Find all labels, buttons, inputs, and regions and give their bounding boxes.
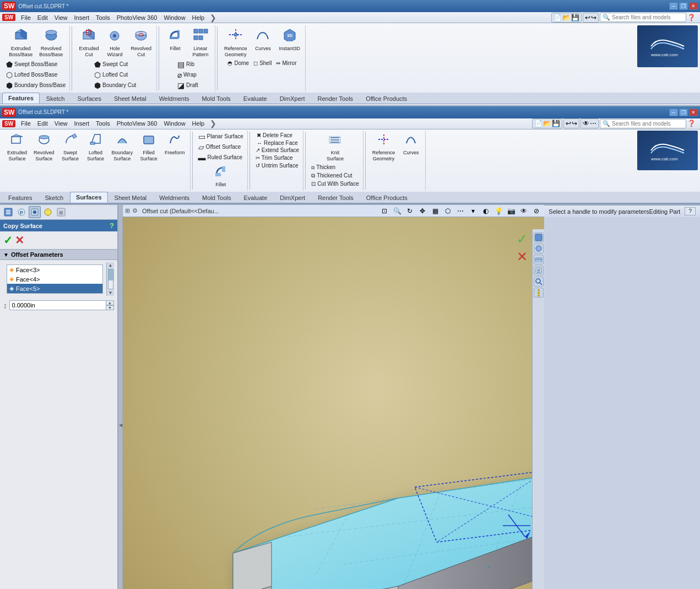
panel-tool-properties[interactable]: P	[15, 206, 28, 218]
cancel-x-btn[interactable]: ✕	[15, 234, 24, 247]
vp-hide[interactable]: 👁	[518, 206, 529, 216]
boundary-boss-btn[interactable]: ⬢ Boundary Boss/Base	[4, 80, 67, 90]
tab-weldments-2[interactable]: Weldments	[153, 192, 196, 203]
extruded-cut-btn[interactable]: Extruded Cut	[76, 26, 101, 60]
toolbar-icon-group-1[interactable]: 📄 📂 💾	[551, 13, 582, 23]
lofted-cut-btn[interactable]: ⬡ Lofted Cut	[93, 70, 138, 80]
reference-geometry-s-btn[interactable]: Reference Geometry	[370, 132, 398, 164]
scroll-down-arrow[interactable]: ▼	[108, 290, 113, 296]
face-item-3[interactable]: ◈ Face<3>	[7, 265, 102, 274]
reference-geometry-btn[interactable]: Reference Geometry	[221, 26, 250, 60]
menu-file-1[interactable]: File	[18, 13, 34, 22]
panel-tool-custom[interactable]: ⊞	[55, 206, 67, 218]
tab-features[interactable]: Features	[2, 93, 40, 104]
scroll-up-arrow[interactable]: ▲	[108, 262, 113, 268]
tab-render-tools[interactable]: Render Tools	[312, 93, 360, 104]
menu-arrow-1[interactable]: ❯	[210, 13, 216, 22]
filled-surface-btn[interactable]: Filled Surface	[137, 132, 161, 164]
menu-tools-2[interactable]: Tools	[93, 119, 113, 128]
menu-file-2[interactable]: File	[18, 119, 34, 128]
right-icon-tasks[interactable]	[534, 266, 544, 275]
menu-view-1[interactable]: View	[51, 13, 71, 22]
scroll-thumb[interactable]	[108, 269, 114, 280]
swept-surface-btn[interactable]: Swept Surface	[58, 132, 83, 164]
new-icon-1[interactable]: 📄	[554, 14, 562, 21]
face-item-5[interactable]: ◈ Face<5>	[7, 284, 102, 293]
knit-surface-btn[interactable]: Knit Surface	[323, 132, 347, 164]
minimize-btn-2[interactable]: ─	[669, 109, 678, 116]
offset-spinner-down[interactable]: ▼	[106, 305, 113, 310]
right-icon-search[interactable]	[534, 277, 544, 287]
menu-edit-2[interactable]: Edit	[34, 119, 51, 128]
menu-insert-1[interactable]: Insert	[70, 13, 93, 22]
shell-btn[interactable]: ◻ Shell	[252, 60, 273, 67]
swept-boss-btn[interactable]: ⬟ Swept Boss/Base	[4, 60, 67, 69]
undo-icon-1[interactable]: ↩	[585, 14, 590, 21]
tab-evaluate-2[interactable]: Evaluate	[237, 192, 273, 203]
help-panel-icon[interactable]: ?	[110, 221, 114, 230]
help-icon-2[interactable]: ❓	[687, 120, 696, 127]
tab-render-tools-2[interactable]: Render Tools	[312, 192, 360, 203]
instant3d-btn[interactable]: 3D Instant3D	[276, 26, 303, 60]
delete-face-btn[interactable]: ✖ Delete Face	[255, 132, 300, 139]
menu-view-2[interactable]: View	[51, 119, 71, 128]
save-icon-2[interactable]: 💾	[552, 120, 560, 127]
extruded-boss-btn[interactable]: Extruded Boss/Base	[6, 26, 35, 60]
tab-office-products-2[interactable]: Office Products	[360, 192, 414, 203]
toolbar-icon-group-2[interactable]: ↩ ↪	[583, 13, 599, 23]
open-icon-2[interactable]: 📂	[543, 120, 551, 127]
vp-rotate[interactable]: ↻	[404, 206, 415, 216]
offset-surface-btn[interactable]: ▱ Offset Surface	[197, 142, 245, 152]
minimize-btn-1[interactable]: ─	[669, 2, 678, 10]
search-input-2[interactable]	[612, 121, 683, 127]
close-btn-1[interactable]: ✕	[689, 2, 698, 10]
new-icon-2[interactable]: 📄	[534, 120, 542, 127]
close-btn-2[interactable]: ✕	[689, 109, 698, 116]
canvas-3d[interactable]: + + ✓ ✕	[123, 217, 544, 589]
tab-surfaces-2[interactable]: Surfaces	[70, 192, 107, 203]
redo-icon-1[interactable]: ↪	[591, 14, 596, 21]
cut-with-surface-btn[interactable]: ⊡ Cut With Surface	[310, 180, 361, 187]
revolved-boss-btn[interactable]: Revolved Boss/Base	[36, 26, 66, 60]
tab-features-2[interactable]: Features	[2, 192, 38, 203]
fillet-btn[interactable]: Fillet	[163, 26, 187, 60]
boundary-surface-btn[interactable]: Boundary Surface	[109, 132, 136, 164]
vp-expand-icon[interactable]: ⊞	[125, 207, 130, 214]
vp-settings-icon[interactable]: ⚙	[132, 207, 138, 214]
menu-photoview-1[interactable]: PhotoView 360	[113, 13, 161, 22]
hole-wizard-btn[interactable]: Hole Wizard	[102, 26, 127, 60]
redo-icon-2[interactable]: ↪	[572, 120, 577, 127]
menu-insert-2[interactable]: Insert	[70, 119, 93, 128]
menu-arrow-2[interactable]: ❯	[210, 119, 216, 128]
lofted-surface-btn[interactable]: Lofted Surface	[84, 132, 108, 164]
vp-more[interactable]: ⋯	[455, 206, 466, 216]
tab-sheet-metal[interactable]: Sheet Metal	[108, 93, 153, 104]
panel-tool-display[interactable]	[42, 206, 54, 218]
tab-evaluate[interactable]: Evaluate	[237, 93, 273, 104]
restore-btn-1[interactable]: ❐	[679, 2, 688, 10]
tab-mold-tools-2[interactable]: Mold Tools	[196, 192, 237, 203]
offset-params-header[interactable]: ▼ Offset Parameters	[0, 250, 117, 260]
vp-section[interactable]: ⊘	[531, 206, 542, 216]
vp-ok-btn[interactable]: ✓	[517, 231, 528, 247]
vp-cancel-btn[interactable]: ✕	[517, 249, 528, 264]
tab-sheet-metal-2[interactable]: Sheet Metal	[108, 192, 153, 203]
extruded-surface-btn[interactable]: Extruded Surface	[4, 132, 30, 164]
undo-icon-2[interactable]: ↩	[566, 120, 571, 127]
vp-display-style[interactable]: ▦	[430, 206, 441, 216]
vp-view-selector[interactable]: ⬡	[442, 206, 453, 216]
vp-lights[interactable]: 💡	[493, 206, 504, 216]
revolved-cut-btn[interactable]: Revolved Cut	[128, 26, 154, 60]
help-status-btn[interactable]: ?	[685, 207, 696, 215]
planar-surface-btn[interactable]: ▭ Planar Surface	[197, 132, 245, 142]
menu-window-1[interactable]: Window	[160, 13, 188, 22]
extend-surface-btn[interactable]: ↗ Extend Surface	[254, 147, 301, 154]
right-icon-layers[interactable]	[534, 255, 544, 264]
mirror-btn[interactable]: ⇔ Mirror	[274, 60, 298, 67]
face-item-4[interactable]: ◈ Face<4>	[7, 274, 102, 284]
offset-value-field[interactable]	[10, 301, 106, 310]
vp-pan[interactable]: ✥	[417, 206, 428, 216]
view-icon-2[interactable]: 👁	[583, 120, 589, 127]
tab-surfaces[interactable]: Surfaces	[72, 93, 107, 104]
freeform-btn[interactable]: Freeform	[162, 132, 188, 164]
